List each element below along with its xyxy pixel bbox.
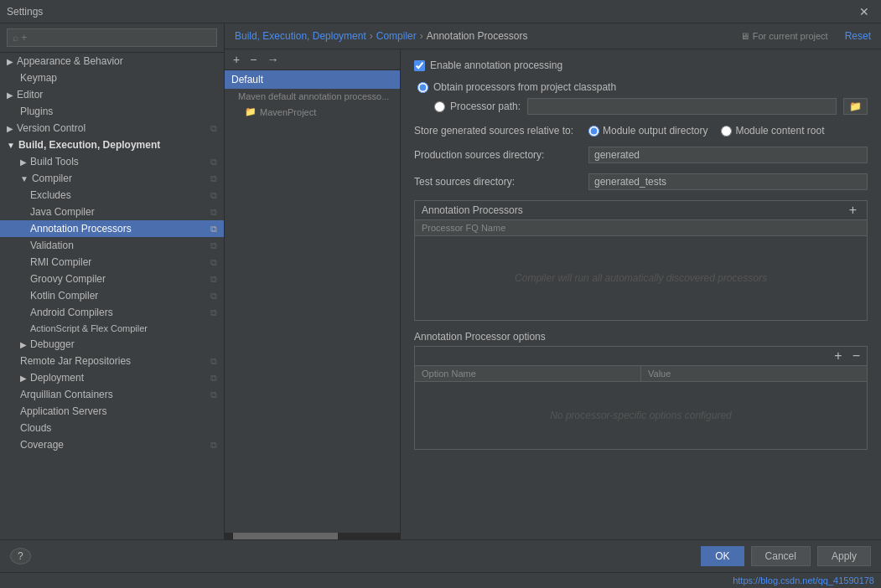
title-bar-text: Settings	[7, 6, 43, 18]
sidebar-item-build-tools[interactable]: ▶ Build Tools ⧉	[0, 153, 224, 170]
maven-project-label: MavenProject	[260, 107, 316, 117]
processor-list: Default Maven default annotation process…	[225, 70, 400, 533]
sidebar-item-kotlin-compiler[interactable]: Kotlin Compiler ⧉	[0, 287, 224, 304]
breadcrumb: Build, Execution, Deployment › Compiler …	[225, 23, 881, 49]
sidebar-item-java-compiler[interactable]: Java Compiler ⧉	[0, 204, 224, 220]
module-content-radio[interactable]	[721, 126, 732, 137]
copy-icon: ⧉	[210, 389, 217, 400]
breadcrumb-sep1: ›	[370, 30, 373, 42]
sidebar-item-rmi-compiler[interactable]: RMI Compiler ⧉	[0, 254, 224, 271]
module-output-radio[interactable]	[588, 126, 599, 137]
sidebar-item-editor[interactable]: ▶ Editor	[0, 86, 224, 103]
expand-arrow: ▼	[20, 174, 29, 183]
sidebar-item-arquillian[interactable]: Arquillian Containers ⧉	[0, 386, 224, 403]
sidebar-item-groovy-compiler[interactable]: Groovy Compiler ⧉	[0, 271, 224, 287]
sidebar-item-remote-jar[interactable]: Remote Jar Repositories ⧉	[0, 353, 224, 369]
sidebar-item-keymap[interactable]: Keymap	[0, 70, 224, 86]
copy-icon: ⧉	[210, 356, 217, 367]
store-sources-row: Store generated sources relative to: Mod…	[414, 125, 868, 137]
cancel-button[interactable]: Cancel	[751, 546, 811, 566]
breadcrumb-project-info: 🖥 For current project Reset	[740, 30, 871, 42]
processor-source-group: Obtain processors from project classpath…	[417, 81, 868, 115]
close-button[interactable]: ✕	[854, 3, 874, 20]
breadcrumb-build[interactable]: Build, Execution, Deployment	[235, 30, 366, 42]
add-processor-button[interactable]: +	[230, 53, 243, 66]
expand-arrow: ▶	[20, 340, 27, 349]
reset-link[interactable]: Reset	[845, 30, 871, 42]
copy-icon: ⧉	[210, 291, 217, 302]
sidebar-item-compiler[interactable]: ▼ Compiler ⧉	[0, 170, 224, 187]
sidebar-item-appearance[interactable]: ▶ Appearance & Behavior	[0, 53, 224, 70]
expand-arrow: ▶	[20, 374, 27, 383]
settings-pane: Enable annotation processing Obtain proc…	[401, 49, 881, 539]
sidebar-item-validation[interactable]: Validation ⧉	[0, 237, 224, 254]
copy-processor-button[interactable]: →	[263, 53, 282, 66]
options-section-title: Annotation Processor options	[414, 331, 868, 343]
processor-item-default[interactable]: Default	[225, 70, 400, 89]
annotation-empty-text: Compiler will run all automatically disc…	[515, 272, 767, 284]
store-sources-label: Store generated sources relative to:	[414, 125, 582, 137]
search-box	[0, 23, 224, 53]
options-table: + − Option Name Value No processor-speci…	[414, 346, 868, 450]
sidebar-item-deployment[interactable]: ▶ Deployment ⧉	[0, 369, 224, 386]
sidebar-item-excludes[interactable]: Excludes ⧉	[0, 187, 224, 204]
module-output-label: Module output directory	[603, 125, 707, 137]
test-sources-label: Test sources directory:	[414, 176, 582, 188]
sidebar-item-android-compilers[interactable]: Android Compilers ⧉	[0, 304, 224, 321]
obtain-processors-radio[interactable]	[417, 82, 428, 93]
enable-annotation-row: Enable annotation processing	[414, 59, 868, 71]
enable-annotation-checkbox[interactable]	[414, 60, 425, 71]
options-col-header: Option Name Value	[415, 366, 867, 382]
folder-icon: 📁	[245, 106, 257, 117]
horizontal-scrollbar[interactable]	[225, 533, 400, 539]
test-sources-row: Test sources directory:	[414, 173, 868, 190]
sidebar-item-annotation-processors[interactable]: Annotation Processors ⧉	[0, 220, 224, 237]
sidebar-item-clouds[interactable]: Clouds	[0, 420, 224, 436]
options-remove-button[interactable]: −	[849, 348, 863, 364]
expand-arrow: ▶	[7, 90, 13, 100]
apply-button[interactable]: Apply	[817, 546, 871, 566]
copy-icon: ⧉	[210, 240, 217, 251]
options-add-button[interactable]: +	[831, 348, 845, 364]
sidebar-item-plugins[interactable]: Plugins	[0, 103, 224, 120]
scrollbar-thumb	[233, 533, 338, 539]
processor-path-radio[interactable]	[434, 101, 445, 112]
search-input[interactable]	[7, 28, 217, 47]
remove-processor-button[interactable]: −	[246, 53, 260, 66]
processor-item-maven[interactable]: Maven default annotation processo...	[225, 89, 400, 104]
sidebar-item-debugger[interactable]: ▶ Debugger	[0, 336, 224, 353]
pane-toolbar: + − →	[225, 49, 400, 70]
split-pane: + − → Default Maven default annotation p…	[225, 49, 881, 539]
title-bar: Settings ✕	[0, 0, 881, 23]
processor-item-maven-project[interactable]: 📁 MavenProject	[225, 104, 400, 120]
processor-list-pane: + − → Default Maven default annotation p…	[225, 49, 401, 539]
sidebar-item-app-servers[interactable]: Application Servers	[0, 403, 224, 420]
option-name-header: Option Name	[415, 366, 641, 381]
enable-annotation-label[interactable]: Enable annotation processing	[414, 59, 562, 71]
sidebar-item-coverage[interactable]: Coverage ⧉	[0, 436, 224, 453]
breadcrumb-compiler[interactable]: Compiler	[376, 30, 417, 42]
sidebar: ▶ Appearance & Behavior Keymap ▶ Editor …	[0, 23, 225, 539]
test-sources-input[interactable]	[588, 173, 868, 190]
production-sources-row: Production sources directory:	[414, 147, 868, 163]
annotation-add-button[interactable]: +	[846, 204, 860, 217]
production-sources-input[interactable]	[588, 147, 868, 163]
annotation-processors-table: Annotation Processors + Processor FQ Nam…	[414, 200, 868, 321]
expand-arrow: ▼	[7, 141, 15, 150]
processor-path-input[interactable]	[527, 98, 837, 115]
copy-icon: ⧉	[210, 173, 217, 184]
sidebar-item-build-execution[interactable]: ▼ Build, Execution, Deployment	[0, 137, 224, 153]
obtain-processors-label[interactable]: Obtain processors from project classpath	[417, 81, 616, 93]
bottom-bar: ? OK Cancel Apply	[0, 539, 881, 572]
processor-path-label[interactable]: Processor path:	[434, 101, 521, 112]
sidebar-item-version-control[interactable]: ▶ Version Control ⧉	[0, 120, 224, 137]
annotation-table-title: Annotation Processors	[422, 204, 846, 216]
help-button[interactable]: ?	[10, 548, 31, 565]
copy-icon: ⧉	[210, 307, 217, 318]
ok-button[interactable]: OK	[701, 546, 744, 566]
processor-path-folder-button[interactable]: 📁	[843, 98, 868, 115]
expand-arrow: ▶	[7, 124, 13, 133]
processor-path-row: Processor path: 📁	[434, 98, 868, 115]
status-url[interactable]: https://blog.csdn.net/qq_41590178	[733, 575, 874, 585]
sidebar-item-actionscript[interactable]: ActionScript & Flex Compiler	[0, 321, 224, 336]
